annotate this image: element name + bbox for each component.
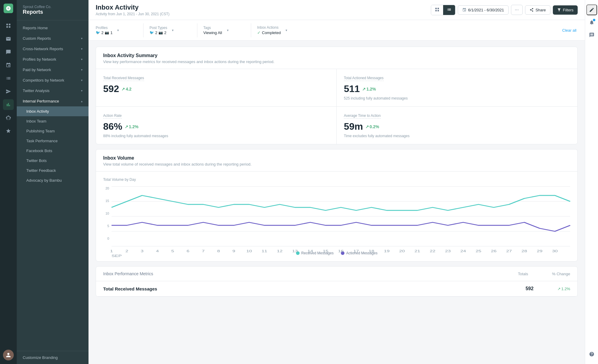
inbox-actions-filter-label: Inbox Actions xyxy=(257,25,281,30)
sidebar-subitem-inbox-team[interactable]: Inbox Team xyxy=(17,116,89,126)
svg-rect-4 xyxy=(435,8,437,9)
x-label-24: 24 xyxy=(460,249,466,253)
x-label-2: 2 xyxy=(125,249,128,253)
metrics-grid: Total Received Messages 592 ↗ 4.2 Total … xyxy=(96,69,577,144)
chart-with-y-axis: 20 15 10 5 0 xyxy=(103,186,570,247)
nav-icon-list[interactable] xyxy=(3,73,14,84)
x-label-12: 12 xyxy=(277,249,283,253)
nav-icon-analytics[interactable] xyxy=(3,99,14,110)
y-axis: 20 15 10 5 0 xyxy=(103,186,112,247)
x-label-6: 6 xyxy=(187,249,189,253)
volume-card-header: Inbox Volume View total volume of receiv… xyxy=(96,149,577,172)
y-label-20: 20 xyxy=(103,186,109,190)
sidebar-submenu-internal: Inbox Activity Inbox Team Publishing Tea… xyxy=(17,106,89,185)
sidebar-item-twitter-analysis[interactable]: Twitter Analysis ▾ xyxy=(17,85,89,96)
post-types-chevron-icon: ▾ xyxy=(172,28,174,32)
filter-tags[interactable]: Tags Viewing All ▾ xyxy=(203,23,251,37)
x-label-27: 27 xyxy=(506,249,512,253)
filter-inbox-actions[interactable]: Inbox Actions ✓ Completed ▾ xyxy=(257,23,305,37)
sidebar-subitem-task-performance[interactable]: Task Performance xyxy=(17,136,89,146)
nav-icon-publish[interactable] xyxy=(3,86,14,97)
sidebar-subitem-advocacy[interactable]: Advocacy by Bambu xyxy=(17,175,89,185)
user-avatar[interactable] xyxy=(3,350,14,360)
x-label-26: 26 xyxy=(491,249,497,253)
chat-button[interactable] xyxy=(586,30,597,40)
summary-card: Inbox Activity Summary View key performa… xyxy=(96,47,578,144)
table-row-value: 592 xyxy=(526,286,534,291)
help-button[interactable] xyxy=(586,349,597,360)
view-grid-button[interactable] xyxy=(431,5,443,15)
svg-rect-3 xyxy=(9,26,10,28)
sidebar-item-paid-by-network[interactable]: Paid by Network ▾ xyxy=(17,65,89,75)
received-messages-line xyxy=(112,195,570,210)
post-types-filter-label: Post Types xyxy=(150,26,167,30)
sidebar-item-reports-home[interactable]: Reports Home xyxy=(17,23,89,33)
view-list-button[interactable] xyxy=(443,5,455,15)
nav-icon-home[interactable] xyxy=(3,20,14,31)
filter-profiles[interactable]: Profiles 🐦 2 📷 1 ▾ xyxy=(96,23,144,37)
chart-container: Total Volume by Day 20 15 10 5 0 xyxy=(96,172,577,261)
date-range-value: 6/1/2021 - 6/30/2021 xyxy=(468,8,504,12)
notifications-button[interactable] xyxy=(586,17,597,28)
x-label-20: 20 xyxy=(399,249,405,253)
sidebar-item-competitors[interactable]: Competitors by Network ▾ xyxy=(17,75,89,85)
profiles-filter-value: 🐦 2 📷 1 xyxy=(96,30,112,35)
inbox-actions-chevron-icon: ▾ xyxy=(286,28,287,32)
chevron-icon: ▾ xyxy=(81,79,83,82)
metric-value-actioned: 511 ↗ 1.2% xyxy=(344,83,570,94)
x-label-17: 17 xyxy=(353,249,359,253)
sidebar-subitem-inbox-activity[interactable]: Inbox Activity xyxy=(17,106,89,116)
instagram-icon: 📷 xyxy=(105,30,109,35)
x-label-13: 13 xyxy=(292,249,298,253)
sidebar-item-cross-network[interactable]: Cross-Network Reports ▾ xyxy=(17,44,89,54)
sidebar-subitem-facebook-bots[interactable]: Facebook Bots xyxy=(17,146,89,156)
table-row: Total Received Messages 592 ↗ 1.2% xyxy=(96,281,577,296)
sidebar-subitem-twitter-bots[interactable]: Twitter Bots xyxy=(17,156,89,166)
tags-filter-label: Tags xyxy=(203,26,222,30)
filter-post-types[interactable]: Post Types 🐦 2 📷 2 ▾ xyxy=(150,23,197,37)
svg-rect-2 xyxy=(6,26,8,28)
x-label-5: 5 xyxy=(171,249,174,253)
nav-icon-messages[interactable] xyxy=(3,47,14,57)
nav-icon-star[interactable] xyxy=(3,126,14,136)
compose-button[interactable] xyxy=(586,4,597,15)
clear-all-button[interactable]: Clear all xyxy=(561,27,578,34)
more-options-button[interactable]: ··· xyxy=(511,5,523,15)
chart-svg-container: 1 2 3 4 5 6 7 8 9 10 11 12 13 xyxy=(112,186,570,247)
x-label-4: 4 xyxy=(156,249,159,253)
chevron-icon-up: ▴ xyxy=(81,100,83,103)
content-area: Inbox Activity Summary View key performa… xyxy=(89,41,585,364)
sidebar-item-profiles-by-network[interactable]: Profiles by Network ▾ xyxy=(17,54,89,65)
sidebar-item-internal-performance[interactable]: Internal Performance ▴ xyxy=(17,96,89,106)
profiles-chevron-icon: ▾ xyxy=(117,28,119,32)
x-label-30: 30 xyxy=(552,249,558,253)
filters-button[interactable]: Filters xyxy=(553,5,578,15)
sidebar-header: Sprout Coffee Co. Reports xyxy=(17,0,89,20)
sidebar: Sprout Coffee Co. Reports Reports Home C… xyxy=(17,0,89,364)
date-range-button[interactable]: 6/1/2021 - 6/30/2021 xyxy=(458,5,509,15)
metric-value-received: 592 ↗ 4.2 xyxy=(103,83,329,94)
tags-chevron-icon: ▾ xyxy=(227,28,229,32)
y-label-15: 15 xyxy=(103,199,109,203)
nav-icon-pin[interactable] xyxy=(3,60,14,71)
x-label-14: 14 xyxy=(307,249,313,253)
metric-note-action-rate: 88% including fully automated messages xyxy=(103,134,329,138)
nav-icon-inbox[interactable] xyxy=(3,33,14,44)
instagram-icon-post: 📷 xyxy=(158,30,163,35)
profiles-filter-label: Profiles xyxy=(96,26,112,30)
twitter-icon-post: 🐦 xyxy=(150,30,154,35)
nav-icon-bot[interactable] xyxy=(3,112,14,123)
company-name: Sprout Coffee Co. xyxy=(23,5,83,9)
metric-trend-action-rate: ↗ 1.2% xyxy=(125,124,138,129)
sidebar-footer-customize[interactable]: Customize Branding xyxy=(17,351,89,364)
x-label-11: 11 xyxy=(262,249,267,253)
sidebar-subitem-publishing-team[interactable]: Publishing Team xyxy=(17,126,89,136)
share-button[interactable]: Share xyxy=(525,5,550,15)
completed-check-icon: ✓ xyxy=(257,30,261,35)
svg-rect-1 xyxy=(9,24,10,25)
sidebar-item-custom-reports[interactable]: Custom Reports ▾ xyxy=(17,33,89,44)
sidebar-subitem-twitter-feedback[interactable]: Twitter Feedback xyxy=(17,166,89,175)
svg-rect-7 xyxy=(437,10,439,11)
x-label-22: 22 xyxy=(430,249,435,253)
table-header: Inbox Performance Metrics Totals % Chang… xyxy=(96,267,577,281)
